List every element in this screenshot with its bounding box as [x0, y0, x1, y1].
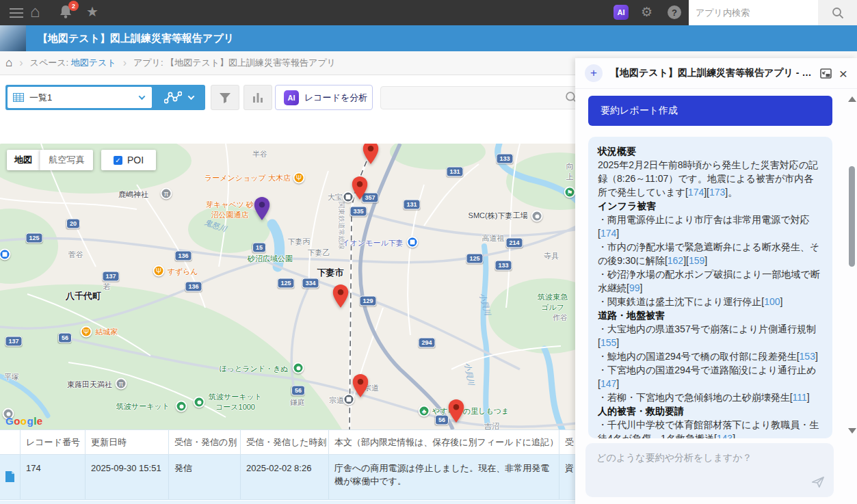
search-icon: [832, 7, 844, 19]
map-marker-red[interactable]: [333, 284, 349, 308]
map-label: 関東鉄道常総線: [337, 202, 346, 250]
map-poi-torii-icon[interactable]: π: [161, 188, 172, 200]
hamburger-menu-icon[interactable]: [10, 5, 23, 21]
ai-assistant-icon[interactable]: AI: [614, 5, 629, 20]
map-type-map-button[interactable]: 地図: [7, 150, 40, 170]
column-header[interactable]: 本文（部内限定情報は、保存後に別フィールドに追記）: [329, 430, 559, 455]
column-header[interactable]: 受信・発信の別: [169, 430, 241, 455]
citation-link[interactable]: 111: [793, 392, 807, 403]
scrollbar-thumb[interactable]: [849, 166, 855, 267]
route-shield: 20: [66, 219, 80, 229]
citation-link[interactable]: 99: [629, 282, 640, 293]
citation-link[interactable]: 155: [601, 337, 616, 348]
app-search-button[interactable]: [818, 0, 857, 25]
map-poi-tree-icon[interactable]: ♣: [419, 406, 430, 417]
citation-link[interactable]: 100: [764, 296, 780, 307]
map-poi-dotg-icon[interactable]: [176, 401, 187, 412]
summary-report-button[interactable]: 要約レポート作成: [588, 96, 832, 126]
view-selector-dropdown[interactable]: 一覧1: [8, 87, 152, 108]
filter-button[interactable]: [211, 85, 239, 110]
favorites-star-icon[interactable]: ★: [86, 5, 98, 18]
map-poi-fork-icon[interactable]: Ψ: [81, 326, 92, 338]
citation-link[interactable]: 173: [709, 187, 725, 198]
report-line: ・市内の浄配水場で緊急遮断弁による断水発生、その後9:30に解除[162][15…: [598, 240, 823, 267]
app-icon[interactable]: [0, 25, 26, 51]
map-marker-red[interactable]: [353, 374, 369, 397]
route-shield: 136: [185, 282, 202, 292]
pop-out-icon[interactable]: [820, 68, 832, 79]
map-poi-golf-icon[interactable]: ⚑: [564, 187, 576, 198]
record-file-icon[interactable]: [0, 455, 21, 500]
ai-icon: AI: [284, 90, 299, 105]
map-poi-fork-icon[interactable]: Ψ: [293, 172, 305, 184]
notifications-bell-icon[interactable]: 2: [59, 4, 74, 21]
analyze-records-button[interactable]: AI レコードを分析: [275, 85, 373, 110]
scroll-down-arrow[interactable]: [848, 428, 856, 434]
app-title[interactable]: 【地図テスト】図上訓練災害等報告アプリ: [38, 32, 234, 45]
scroll-up-arrow[interactable]: [848, 96, 856, 102]
map-label: 向上: [564, 161, 577, 182]
poi-checkbox[interactable]: ✓: [114, 156, 122, 165]
citation-link[interactable]: 143: [717, 433, 733, 438]
map-label: 下妻市: [317, 267, 344, 279]
map-marker-red[interactable]: [449, 399, 464, 423]
map-poi-dotg-icon[interactable]: [194, 397, 205, 408]
route-shield: 335: [350, 207, 367, 217]
map-label: 作谷: [553, 313, 568, 323]
map-label: 平塚: [4, 372, 19, 382]
help-icon[interactable]: ?: [668, 5, 681, 19]
home-icon[interactable]: ⌂: [30, 3, 40, 20]
map-poi-bag-icon[interactable]: [407, 237, 419, 248]
send-icon[interactable]: [810, 475, 826, 492]
chevron-separator-icon: ›: [19, 57, 23, 69]
map-label: 吉沼: [484, 421, 499, 430]
map-canvas[interactable]: 1331311313573352012515136125133137334125…: [0, 144, 583, 429]
google-attribution: Google: [5, 415, 43, 427]
column-header[interactable]: レコード番号: [21, 430, 85, 455]
route-shield: 125: [466, 254, 483, 264]
route-shield: 214: [505, 238, 523, 248]
citation-link[interactable]: 147: [601, 378, 616, 389]
report-line: ・砂沼浄水場の配水ポンプ破損により一部地域で断水継続[99]: [598, 267, 823, 295]
chevron-down-icon: [187, 93, 194, 100]
route-shield: 294: [418, 338, 435, 348]
citation-link[interactable]: 174: [601, 228, 616, 239]
column-header[interactable]: [0, 430, 21, 455]
poi-toggle[interactable]: ✓ POI: [101, 150, 156, 170]
route-shield: 137: [102, 271, 119, 282]
map-marker-red[interactable]: [352, 176, 368, 200]
map-marker-red[interactable]: [363, 144, 379, 164]
citation-link[interactable]: 174: [688, 187, 704, 198]
map-label: ほっとランド・きぬ: [219, 364, 288, 374]
map-marker-purple[interactable]: [254, 197, 270, 220]
record-search-input[interactable]: [380, 86, 579, 109]
table-row[interactable]: 1742025-09-30 15:51発信2025-02-02 8:26庁舎への…: [0, 455, 583, 500]
breadcrumb-home-icon[interactable]: ⌂: [5, 56, 12, 70]
map-label: 東蕗田天満社: [67, 380, 112, 390]
map-poi-dotg-icon[interactable]: [293, 362, 304, 374]
citation-link[interactable]: 153: [800, 351, 815, 362]
chart-button[interactable]: [243, 85, 272, 110]
graph-view-button[interactable]: [152, 91, 205, 105]
report-line: 道路・地盤被害: [598, 308, 823, 322]
map-label: イオンモール下妻: [342, 238, 403, 248]
ai-summary-panel: + 【地図テスト】図上訓練災害等報告アプリ - レ… × 要約レポート作成 状況…: [575, 58, 857, 504]
column-header[interactable]: 受信・発信した時刻: [241, 430, 329, 455]
map-label: 筑波サーキット コース1000: [209, 392, 262, 412]
close-icon[interactable]: ×: [839, 66, 847, 81]
table-view-icon: [13, 93, 24, 102]
citation-link[interactable]: 159: [689, 255, 704, 266]
map-poi-dotw-icon[interactable]: [531, 211, 543, 222]
map-poi-torii-icon[interactable]: π: [116, 378, 127, 390]
column-header[interactable]: 更新日時: [85, 430, 169, 455]
map-poi-bag-icon[interactable]: [0, 249, 11, 261]
notification-count-badge: 2: [68, 1, 79, 11]
settings-gear-icon[interactable]: ⚙: [641, 5, 652, 18]
app-search-input[interactable]: [689, 0, 818, 25]
citation-link[interactable]: 162: [668, 255, 683, 266]
new-chat-button[interactable]: +: [585, 64, 603, 82]
breadcrumb-space-link[interactable]: 地図テスト: [71, 57, 116, 69]
chat-input[interactable]: [585, 443, 834, 479]
map-type-satellite-button[interactable]: 航空写真: [40, 150, 93, 170]
map-poi-fork-icon[interactable]: Ψ: [153, 265, 165, 277]
